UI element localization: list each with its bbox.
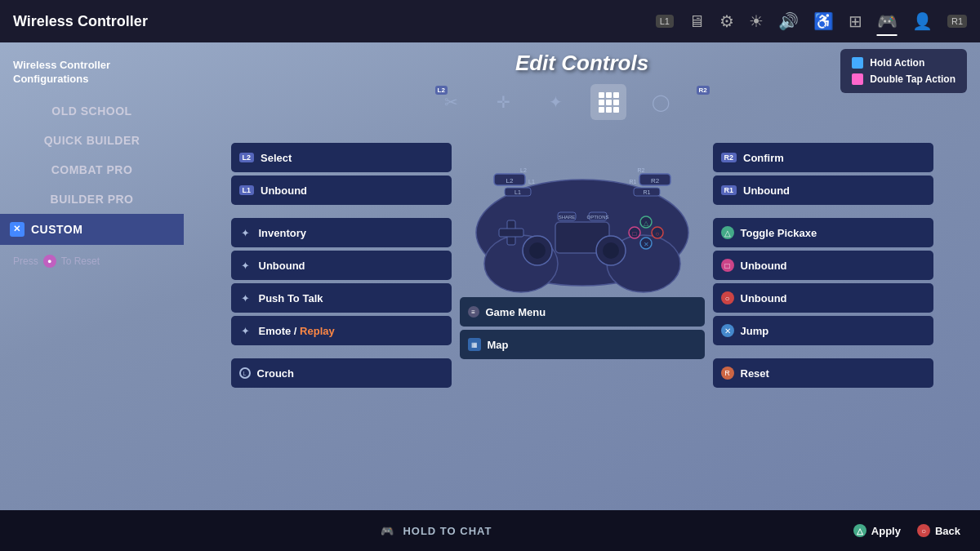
- l2-tab-badge: L2: [435, 86, 448, 95]
- accessibility-icon[interactable]: ♿: [813, 11, 834, 31]
- tab-crosshair[interactable]: ✛: [486, 84, 522, 120]
- svg-text:R2: R2: [637, 167, 644, 173]
- svg-text:□: □: [632, 230, 636, 238]
- svg-text:L2: L2: [520, 167, 527, 173]
- controller-diagram: L2 R2 L1 R1 SHARE OPTIONS: [460, 135, 705, 294]
- brightness-icon[interactable]: ☀: [749, 11, 764, 31]
- gap4: [713, 349, 933, 355]
- tab-grid[interactable]: [590, 84, 626, 120]
- tab-row: L2 ✂ ✛ ✦ ◯ R2: [434, 84, 731, 120]
- network-icon[interactable]: ⊞: [849, 11, 862, 31]
- binding-triangle-pickaxe[interactable]: △ Toggle Pickaxe: [713, 218, 933, 247]
- dpad-icon-1: ✦: [239, 226, 252, 239]
- sidebar-item-combat-pro[interactable]: COMBAT PRO: [0, 155, 184, 184]
- binding-options-gamemenu[interactable]: ≡ Game Menu: [460, 297, 705, 327]
- binding-label-jump: Jump: [741, 325, 769, 337]
- svg-text:R1: R1: [643, 189, 650, 195]
- back-action[interactable]: ○ Back: [917, 524, 960, 537]
- binding-dpad-unbound1[interactable]: ✦ Unbound: [231, 251, 452, 280]
- svg-text:OPTIONS: OPTIONS: [586, 215, 608, 220]
- binding-dpad-emote[interactable]: ✦ Emote / Replay: [231, 316, 452, 345]
- hold-label: Hold Action: [870, 57, 924, 69]
- user-icon[interactable]: 👤: [912, 11, 933, 31]
- binding-touchpad-map[interactable]: ▦ Map: [460, 330, 705, 359]
- gap3: [713, 208, 933, 215]
- center-panel: Hold Action Double Tap Action Edit Contr…: [184, 42, 980, 510]
- press-reset: Press ● To Reset: [0, 250, 184, 273]
- volume-icon[interactable]: 🔊: [778, 11, 799, 31]
- left-bindings: L2 Select L1 Unbound ✦ Inventory ✦ Unb: [231, 143, 452, 388]
- tab-r2[interactable]: R2: [695, 84, 731, 120]
- gamepad-bottom-icon: 🎮: [381, 525, 394, 537]
- tab-l2[interactable]: L2 ✂: [434, 84, 470, 120]
- binding-l1-unbound[interactable]: L1 Unbound: [231, 176, 452, 205]
- binding-r2-confirm[interactable]: R2 Confirm: [713, 143, 933, 172]
- binding-label-pushtotalk: Push To Talk: [259, 292, 323, 304]
- monitor-icon[interactable]: 🖥: [688, 12, 705, 31]
- binding-circle-unbound[interactable]: ○ Unbound: [713, 283, 933, 313]
- x-icon: ✕: [721, 324, 734, 337]
- hold-color-dot: [852, 57, 863, 69]
- r2-badge: R2: [721, 153, 737, 162]
- touchpad-icon: ▦: [468, 338, 481, 351]
- l1-badge-binding: L1: [239, 185, 255, 195]
- topbar-icons: L1 🖥 ⚙ ☀ 🔊 ♿ ⊞ 🎮 👤 R1: [656, 11, 967, 31]
- sidebar: Wireless Controller Configurations OLD S…: [0, 42, 184, 510]
- gamepad-icon[interactable]: 🎮: [877, 11, 898, 31]
- svg-rect-4: [606, 100, 612, 105]
- l1-badge: L1: [656, 15, 674, 28]
- bottom-bindings: ≡ Game Menu ▦ Map: [460, 297, 705, 359]
- svg-rect-8: [613, 107, 619, 113]
- svg-text:○: ○: [655, 230, 659, 238]
- svg-point-28: [603, 242, 619, 259]
- doubletap-label: Double Tap Action: [870, 73, 956, 85]
- options-icon: ≡: [468, 306, 479, 318]
- binding-label-reset: Reset: [741, 367, 769, 380]
- binding-label-gamemenu: Game Menu: [486, 306, 546, 318]
- main-content: Wireless Controller Configurations OLD S…: [0, 42, 980, 510]
- sidebar-item-custom[interactable]: ✕ CUSTOM: [0, 214, 184, 245]
- tab-circle[interactable]: ◯: [643, 84, 679, 120]
- controller-area: L2 Select L1 Unbound ✦ Inventory ✦ Unb: [184, 127, 980, 502]
- gap2: [231, 349, 452, 355]
- topbar-title: Wireless Controller: [13, 13, 148, 30]
- dpad-icon-2: ✦: [239, 259, 252, 272]
- binding-l2-select[interactable]: L2 Select: [231, 143, 452, 172]
- binding-dpad-pushtotalk[interactable]: ✦ Push To Talk: [231, 283, 452, 313]
- svg-rect-2: [613, 92, 619, 98]
- svg-text:△: △: [644, 220, 649, 227]
- svg-text:✕: ✕: [643, 241, 648, 248]
- page-title: Edit Controls: [515, 51, 648, 76]
- binding-x-jump[interactable]: ✕ Jump: [713, 316, 933, 345]
- binding-reset[interactable]: R Reset: [713, 358, 933, 388]
- binding-r1-unbound[interactable]: R1 Unbound: [713, 176, 933, 205]
- sidebar-item-builder-pro[interactable]: BUILDER PRO: [0, 184, 184, 214]
- binding-label-square-unbound: Unbound: [741, 260, 787, 272]
- sidebar-heading: Wireless Controller Configurations: [0, 59, 184, 96]
- apply-label: Apply: [871, 525, 901, 537]
- svg-rect-1: [606, 92, 612, 98]
- svg-text:SHARE: SHARE: [558, 215, 575, 220]
- l3-icon: L: [239, 367, 251, 379]
- binding-l3-crouch[interactable]: L Crouch: [231, 358, 452, 388]
- svg-text:R1: R1: [629, 179, 636, 184]
- binding-dpad-inventory[interactable]: ✦ Inventory: [231, 218, 452, 247]
- binding-square-unbound[interactable]: □ Unbound: [713, 251, 933, 280]
- topbar: Wireless Controller L1 🖥 ⚙ ☀ 🔊 ♿ ⊞ 🎮 👤 R…: [0, 0, 980, 42]
- svg-rect-0: [599, 92, 604, 98]
- binding-label-circle-unbound: Unbound: [741, 292, 787, 304]
- binding-label-pickaxe: Toggle Pickaxe: [741, 227, 817, 239]
- binding-label-emote: Emote / Replay: [259, 325, 335, 337]
- sidebar-item-quick-builder[interactable]: QUICK BUILDER: [0, 126, 184, 155]
- l2-badge: L2: [239, 153, 255, 162]
- svg-rect-30: [499, 229, 523, 237]
- svg-text:L2: L2: [506, 177, 513, 184]
- tab-move[interactable]: ✦: [538, 84, 574, 120]
- doubletap-color-dot: [852, 73, 863, 85]
- sidebar-item-old-school[interactable]: OLD SCHOOL: [0, 96, 184, 126]
- r1-badge: R1: [947, 15, 967, 28]
- x-button-icon: ✕: [10, 222, 24, 237]
- gear-icon[interactable]: ⚙: [719, 11, 734, 31]
- apply-action[interactable]: △ Apply: [853, 524, 901, 537]
- binding-label-l1-unbound: Unbound: [261, 184, 307, 197]
